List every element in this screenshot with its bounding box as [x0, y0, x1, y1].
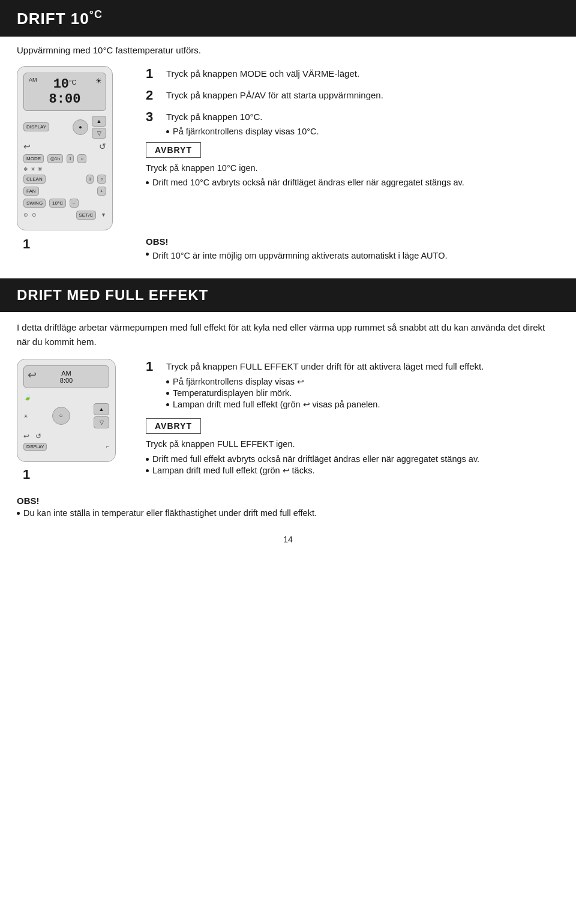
remote1-timer-btn[interactable]: ◎1h — [47, 154, 63, 163]
section2-step1-text: Tryck på knappen FULL EFFEKT under drift… — [166, 359, 484, 374]
section2-obs-header: OBS! — [17, 496, 559, 506]
remote1-row2: ↩ ↺ — [23, 142, 106, 151]
step2-item: 2 Tryck på knappen PÅ/AV för att starta … — [146, 88, 559, 103]
remote2-display-btn[interactable]: DISPLAY — [23, 443, 47, 451]
section2-avbryt-bullet2-text: Lampan drift med full effekt (grön ↩ täc… — [152, 466, 314, 475]
remote1-on-btn[interactable]: I — [67, 154, 74, 163]
remote1-10c-btn[interactable]: 10°C — [49, 199, 66, 208]
step2-text: Tryck på knappen PÅ/AV för att starta up… — [166, 88, 383, 103]
section2-avbryt-block: AVBRYT Tryck på knappen FULL EFFEKT igen… — [146, 418, 559, 475]
section1-avbryt-label: AVBRYT — [146, 142, 201, 158]
remote1-clean-btn[interactable]: CLEAN — [23, 175, 46, 184]
bullet1: På fjärrkontrollens display visas ↩ — [166, 377, 484, 386]
bullet3: Lampan drift med full effekt (grön ↩ vis… — [166, 400, 484, 409]
remote1-row1: DISPLAY ● ▲ ▽ — [23, 116, 106, 139]
section1-obs-remote-spacer: 1 — [17, 236, 128, 263]
remote1-temp: 10°C — [29, 77, 101, 92]
section2-step1-number: 1 — [146, 359, 159, 374]
remote2-down-btn[interactable]: ▽ — [94, 416, 109, 428]
remote1-plus-btn[interactable]: + — [97, 187, 106, 196]
remote2-round-btn[interactable]: ○ — [52, 407, 70, 425]
remote2: ↩ AM 8:00 🍃 ☀ ○ ▲ ▽ ↩ ↺ DISPLAY — [17, 359, 116, 462]
remote2-time: 8:00 — [29, 377, 104, 384]
section2-avbryt-bullet1: Drift med full effekt avbryts också när … — [146, 454, 559, 464]
step2-number: 2 — [146, 88, 159, 103]
remote2-step1-marker: 1 — [17, 467, 128, 482]
section2-intro: I detta driftläge arbetar värmepumpen me… — [0, 312, 576, 359]
section1-obs-text: Drift 10°C är inte möjlig om uppvärmning… — [146, 249, 559, 263]
remote2-wave-icon: ↩ — [28, 368, 37, 382]
arrow-icon-2: ↩ — [303, 400, 310, 409]
section1-intro: Uppvärmning med 10°C fasttemperatur utfö… — [0, 37, 576, 55]
remote1-fan-btn[interactable]: FAN — [23, 187, 39, 196]
remote1-off2-btn[interactable]: ○ — [97, 175, 106, 184]
bullet2: Temperaturdisplayen blir mörk. — [166, 388, 484, 398]
remote1-sun-icon: ☀ — [95, 77, 102, 85]
remote2-display: ↩ AM 8:00 — [23, 365, 109, 388]
step3-number: 3 — [146, 109, 159, 125]
bullet3-text: Lampan drift med full effekt (grön ↩ vis… — [173, 400, 380, 409]
remote1-round-btn[interactable]: ● — [73, 119, 88, 135]
remote1-on2-btn[interactable]: I — [86, 175, 94, 184]
step3-sub: På fjärrkontrollens display visas 10°C. — [166, 127, 319, 136]
section2-step1: 1 Tryck på knappen FULL EFFEKT under dri… — [146, 359, 559, 412]
bullet1-text: På fjärrkontrollens display visas ↩ — [173, 377, 304, 386]
step3-item: 3 Tryck på knappen 10°C. På fjärrkontrol… — [146, 109, 559, 136]
step1-text: Tryck på knappen MODE och välj VÄRME-läg… — [166, 66, 359, 81]
section1-avbryt-text: Tryck på knappen 10°C igen. — [146, 161, 559, 175]
remote1-row5: FAN + — [23, 187, 106, 196]
section2-title: DRIFT MED FULL EFFEKT — [17, 287, 208, 304]
remote1-off-btn[interactable]: ○ — [77, 154, 86, 163]
degree-symbol: °C — [89, 8, 103, 20]
step1-number: 1 — [146, 66, 159, 82]
remote1-swing-btn[interactable]: SWING — [23, 199, 46, 208]
remote1-time: 8:00 — [29, 92, 101, 107]
section1-title: DRIFT 10°C — [17, 8, 103, 28]
remote1-row6: SWING 10°C − — [23, 199, 106, 208]
remote2-btn-row: ☀ ○ ▲ ▽ — [23, 403, 109, 428]
remote1-display-btn[interactable]: DISPLAY — [23, 122, 49, 131]
section2-steps: 1 Tryck på knappen FULL EFFEKT under dri… — [146, 359, 559, 484]
remote2-am: AM — [61, 370, 71, 377]
remote1-minus-btn[interactable]: − — [70, 199, 79, 208]
remote1-am-label: AM — [29, 77, 37, 83]
section1-avbryt-bullet: Drift med 10°C avbryts också när driftlä… — [146, 178, 559, 187]
section2-avbryt-text: Tryck på knappen FULL EFFEKT igen. — [146, 437, 559, 451]
section1-top-content: AM ☀ 10°C 8:00 DISPLAY ● ▲ ▽ ↩ ↺ — [0, 55, 576, 236]
remote1-down-btn[interactable]: ▽ — [92, 128, 106, 139]
step3-sub-text: På fjärrkontrollens display visas 10°C. — [173, 127, 319, 136]
remote1-icons-row: ❄☀❋ — [23, 166, 106, 172]
section2-avbryt-bullet2: Lampan drift med full effekt (grön ↩ täc… — [146, 466, 559, 475]
section1-obs-content: OBS! Drift 10°C är inte möjlig om uppvär… — [146, 236, 559, 263]
section2-avbryt-bullet1-text: Drift med full effekt avbryts också när … — [152, 454, 479, 464]
section2-obs-bullet: Du kan inte ställa in temperatur eller f… — [17, 508, 559, 518]
remote1-row7: ⊙ ⊙ SET/C ▼ — [23, 211, 106, 220]
remote2-up-btn[interactable]: ▲ — [94, 403, 109, 415]
section2-header: DRIFT MED FULL EFFEKT — [0, 278, 576, 312]
remote2-curve-row: ↩ ↺ — [23, 432, 109, 440]
remote1: AM ☀ 10°C 8:00 DISPLAY ● ▲ ▽ ↩ ↺ — [17, 66, 113, 230]
remote2-icon-row: 🍃 — [23, 393, 109, 401]
remote1-display: AM ☀ 10°C 8:00 — [23, 73, 106, 111]
section2-bullets: På fjärrkontrollens display visas ↩ Temp… — [166, 377, 484, 409]
section1-obs-header: OBS! — [146, 236, 559, 247]
section1-avbryt-block: AVBRYT Tryck på knappen 10°C igen. Drift… — [146, 142, 559, 187]
remote1-setc-btn[interactable]: SET/C — [76, 211, 97, 220]
remote2-leaf-icon: 🍃 — [23, 393, 32, 401]
section2-obs-section: OBS! Du kan inte ställa in temperatur el… — [0, 490, 576, 524]
remote1-container: AM ☀ 10°C 8:00 DISPLAY ● ▲ ▽ ↩ ↺ — [17, 66, 128, 230]
bullet2-text: Temperaturdisplayen blir mörk. — [173, 388, 292, 398]
arrow-icon-3: ↩ — [283, 466, 290, 475]
remote1-up-btn[interactable]: ▲ — [92, 116, 106, 127]
section1-header: DRIFT 10°C — [0, 0, 576, 37]
section1-obs-number: 1 — [17, 236, 128, 252]
remote1-row3: MODE ◎1h I ○ — [23, 154, 106, 163]
section1-steps: 1 Tryck på knappen MODE och välj VÄRME-l… — [146, 66, 559, 230]
arrow-icon-1: ↩ — [297, 377, 304, 386]
section2-main-content: ↩ AM 8:00 🍃 ☀ ○ ▲ ▽ ↩ ↺ DISPLAY — [0, 359, 576, 490]
section1-obs-section: 1 OBS! Drift 10°C är inte möjlig om uppv… — [0, 236, 576, 269]
page-number: 14 — [0, 524, 576, 554]
remote1-mode-btn[interactable]: MODE — [23, 154, 44, 163]
step1-item: 1 Tryck på knappen MODE och välj VÄRME-l… — [146, 66, 559, 82]
remote2-container: ↩ AM 8:00 🍃 ☀ ○ ▲ ▽ ↩ ↺ DISPLAY — [17, 359, 128, 484]
